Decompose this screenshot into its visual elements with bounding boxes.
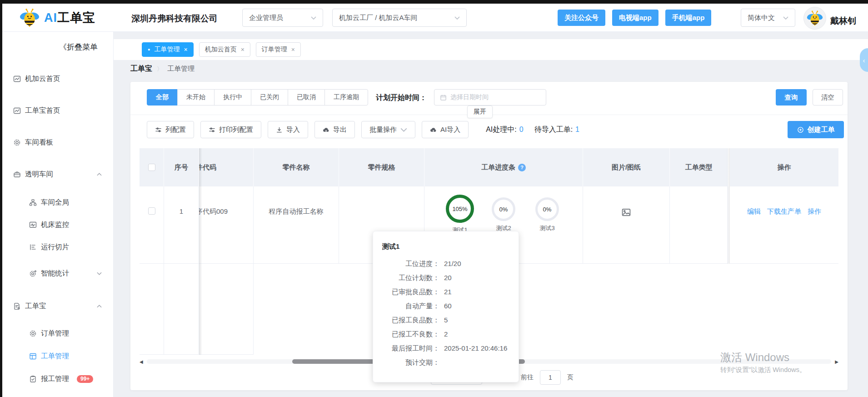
side-drawer-handle[interactable]: ‹: [860, 48, 868, 72]
table-toolbar: 列配置 打印列配置 导入 导出 批量操作 AI导入 AI处理中:0 待导入工单:…: [147, 121, 579, 138]
cell-index: 1: [164, 186, 199, 264]
circle-plus-icon: [797, 126, 804, 133]
tab-order-management[interactable]: 订单管理 ×: [256, 42, 301, 57]
breadcrumb-separator-icon: 〉: [157, 65, 163, 73]
factory-workshop-select[interactable]: 机加云工厂 / 机加云A车间: [332, 9, 467, 27]
cloud-upload-icon: [430, 126, 437, 133]
status-filter-in-progress[interactable]: 执行中: [214, 89, 251, 106]
progress-station-3[interactable]: 0% 测试3: [528, 195, 567, 232]
status-filter-all[interactable]: 全部: [147, 89, 178, 106]
plan-start-time-input[interactable]: 选择日期时间: [434, 89, 546, 106]
export-button[interactable]: 导出: [314, 121, 355, 138]
chevron-left-icon: ‹: [863, 56, 865, 64]
search-button[interactable]: 查询: [776, 89, 807, 106]
sidebar: 《折叠菜单 机加云首页 工单宝首页 车间看板 透明车间 车间全局 机床监控 运行…: [2, 32, 114, 397]
app-logo[interactable]: AI工单宝: [20, 8, 95, 28]
follow-official-account-button[interactable]: 关注公众号: [558, 10, 605, 26]
pending-import-value: 1: [575, 126, 579, 133]
sidebar-item-transparent-workshop[interactable]: 透明车间: [2, 167, 114, 181]
atom-gear-icon: [29, 270, 37, 277]
collapse-menu-button[interactable]: 《折叠菜单: [59, 42, 98, 52]
user-avatar[interactable]: [803, 7, 826, 30]
cell-actions: 编辑 下载生产单 操作: [730, 186, 838, 264]
cloud-upload-icon: [323, 126, 329, 133]
sidebar-item-gongdanbao[interactable]: 工单宝: [2, 299, 114, 313]
status-filter-closed[interactable]: 已关闭: [251, 89, 288, 106]
app-title: AI工单宝: [44, 10, 95, 26]
tab-jijiayun-home[interactable]: 机加云首页 ×: [199, 42, 250, 57]
bee-avatar-icon: [807, 10, 823, 26]
progress-ring-0: 0%: [535, 197, 559, 221]
sidebar-item-run-slices[interactable]: 运行切片: [2, 240, 114, 254]
print-column-config-button[interactable]: 打印列配置: [200, 121, 261, 138]
tooltip-row: 工位进度：21/20: [382, 256, 509, 271]
scroll-right-arrow-icon[interactable]: ▶: [831, 359, 838, 364]
close-icon[interactable]: ×: [241, 46, 244, 53]
sidebar-item-jijiayun-home[interactable]: 机加云首页: [2, 72, 114, 85]
help-icon[interactable]: ?: [518, 164, 526, 171]
sidebar-item-workshop-board[interactable]: 车间看板: [2, 136, 114, 149]
scroll-left-arrow-icon[interactable]: ◀: [140, 359, 147, 364]
row-checkbox[interactable]: [148, 207, 155, 215]
gear-icon: [29, 330, 37, 337]
chevron-down-icon: [454, 16, 460, 20]
select-all-checkbox[interactable]: [148, 164, 155, 171]
clear-button[interactable]: 清空: [813, 89, 843, 106]
chevron-down-icon: [783, 16, 788, 20]
progress-station-2[interactable]: 0% 测试2: [484, 195, 523, 232]
more-actions-link[interactable]: 操作: [808, 207, 821, 216]
sliders-icon: [209, 126, 215, 133]
import-button[interactable]: 导入: [268, 121, 308, 138]
batch-actions-button[interactable]: 批量操作: [361, 121, 415, 138]
tooltip-row: 已审批良品数：21: [382, 285, 509, 299]
edit-link[interactable]: 编辑: [747, 207, 761, 216]
unread-count-badge: 99+: [77, 375, 93, 383]
cell-image: [583, 186, 670, 264]
company-name: 深圳丹弗科技有限公司: [131, 13, 218, 25]
table-header: 序号 件代码 零件名称 零件规格 工单进度条 ? 图片/图纸 工单类型 操作: [140, 148, 838, 186]
expand-filters-button[interactable]: 展开: [467, 106, 493, 118]
sidebar-item-smart-statistics[interactable]: 智能统计: [2, 266, 114, 280]
chevron-up-icon: [97, 173, 102, 176]
sidebar-item-gongdanbao-home[interactable]: 工单宝首页: [2, 104, 114, 117]
goto-page-input[interactable]: [540, 370, 561, 385]
sidebar-item-report-management[interactable]: 报工管理 99+: [2, 372, 114, 386]
calendar-icon: [440, 94, 447, 101]
picture-icon[interactable]: [621, 207, 631, 217]
monitor-pulse-icon: [29, 221, 37, 229]
mobile-app-button[interactable]: 手机端app: [665, 10, 712, 26]
tooltip-row: 预计交期：: [382, 355, 509, 369]
sidebar-item-workorder-management[interactable]: 工单管理: [2, 349, 114, 363]
ai-processing-counter: AI处理中:0: [486, 125, 523, 135]
cell-part-name: 程序自动报工名称: [254, 186, 339, 264]
header-part-spec: 零件规格: [339, 148, 424, 186]
header-index: 序号: [164, 148, 199, 186]
chevron-down-icon: [400, 126, 407, 133]
tv-app-button[interactable]: 电视端app: [612, 10, 658, 26]
progress-station-1[interactable]: 105% 测试1: [440, 195, 479, 234]
header-actions: 操作: [730, 148, 838, 186]
close-icon[interactable]: ×: [184, 46, 187, 53]
tooltip-title: 测试1: [382, 242, 509, 251]
bars-icon: [29, 243, 37, 251]
tab-workorder-management[interactable]: ● 工单管理 ×: [142, 42, 194, 57]
windows-activation-watermark-sub: 转到“设置”以激活 Windows。: [720, 366, 806, 374]
column-config-button[interactable]: 列配置: [147, 121, 194, 138]
status-filter-overdue[interactable]: 工序逾期: [324, 89, 368, 106]
ai-import-button[interactable]: AI导入: [422, 121, 469, 138]
breadcrumb-root[interactable]: 工单宝: [130, 64, 152, 74]
cell-part-code: 序代码009: [199, 186, 254, 264]
breadcrumb: 工单宝 〉 工单管理: [130, 64, 195, 74]
download-production-sheet-link[interactable]: 下载生产单: [767, 207, 801, 216]
status-filter-not-started[interactable]: 未开始: [177, 89, 215, 106]
role-select[interactable]: 企业管理员: [242, 9, 323, 27]
status-filter-cancelled[interactable]: 已取消: [288, 89, 325, 106]
plan-start-time-label: 计划开始时间：: [376, 93, 427, 103]
language-select[interactable]: 简体中文: [741, 9, 795, 27]
username[interactable]: 戴林钊: [830, 15, 856, 27]
sidebar-item-workshop-global[interactable]: 车间全局: [2, 196, 114, 209]
sidebar-item-order-management[interactable]: 订单管理: [2, 327, 114, 340]
create-workorder-button[interactable]: 创建工单: [788, 121, 844, 138]
sidebar-item-machine-monitor[interactable]: 机床监控: [2, 218, 114, 231]
close-icon[interactable]: ×: [291, 46, 295, 53]
